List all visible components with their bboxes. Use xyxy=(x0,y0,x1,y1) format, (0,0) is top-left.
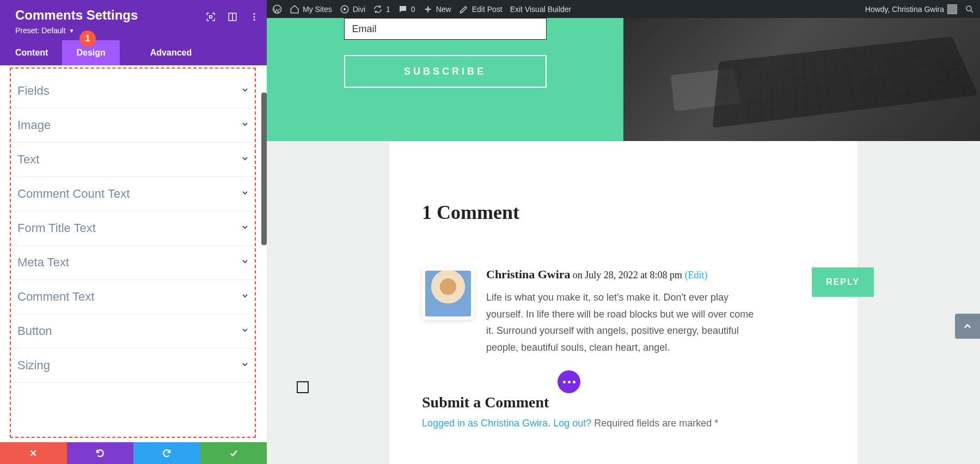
svg-point-10 xyxy=(343,8,346,10)
builder-fab-button[interactable] xyxy=(558,370,580,393)
chevron-down-icon xyxy=(241,120,249,131)
acc-comment-text[interactable]: Comment Text xyxy=(8,280,259,314)
comment-edit-link[interactable]: (Edit) xyxy=(685,270,708,280)
redo-button[interactable] xyxy=(133,442,200,464)
comment-body: Life is what you make it, so let's make … xyxy=(486,289,758,356)
save-button[interactable] xyxy=(200,442,267,464)
design-accordion: Fields Image Text Comment Count Text For… xyxy=(8,72,259,383)
chevron-down-icon xyxy=(241,86,249,96)
hero-section: Email SUBSCRIBE xyxy=(267,18,980,141)
comment-count-heading: 1 Comment xyxy=(422,201,857,224)
comments-module: 1 Comment Christina Gwira on July 28, 20… xyxy=(389,141,857,464)
acc-text[interactable]: Text xyxy=(8,143,259,177)
logged-in-link[interactable]: Logged in as Christina Gwira xyxy=(422,418,548,429)
svg-point-3 xyxy=(254,13,255,15)
search-icon[interactable] xyxy=(965,4,975,14)
panel-footer xyxy=(0,442,267,464)
wp-logo-icon[interactable] xyxy=(272,4,282,14)
focus-icon[interactable] xyxy=(206,12,216,24)
subscribe-form: Email SUBSCRIBE xyxy=(267,18,623,141)
comment-item: Christina Gwira on July 28, 2022 at 8:08… xyxy=(422,267,857,356)
howdy-user[interactable]: Howdy, Christina Gwira xyxy=(865,4,957,14)
svg-point-4 xyxy=(254,16,255,18)
email-input[interactable]: Email xyxy=(344,18,547,40)
chevron-down-icon xyxy=(241,326,249,337)
comment-author: Christina Gwira xyxy=(486,267,571,281)
hero-image xyxy=(623,18,980,141)
caret-down-icon: ▼ xyxy=(69,28,75,34)
scroll-to-top-button[interactable] xyxy=(955,314,980,339)
user-avatar-icon xyxy=(947,4,957,14)
chevron-down-icon xyxy=(241,360,249,371)
svg-point-13 xyxy=(966,6,971,11)
submit-comment-heading: Submit a Comment xyxy=(422,394,857,411)
panel-header: Comments Settings Preset: Default ▼ 1 xyxy=(0,0,267,40)
page-preview: My Sites Divi 1 0 New Edit Post Exit Vis… xyxy=(267,0,980,464)
exit-visual-builder-link[interactable]: Exit Visual Builder xyxy=(510,5,572,14)
settings-panel: Comments Settings Preset: Default ▼ 1 Co… xyxy=(0,0,267,464)
cancel-button[interactable] xyxy=(0,442,67,464)
acc-form-title-text[interactable]: Form Title Text xyxy=(8,211,259,246)
svg-rect-0 xyxy=(210,16,212,19)
acc-comment-count-text[interactable]: Comment Count Text xyxy=(8,177,259,211)
preset-selector[interactable]: Preset: Default ▼ xyxy=(15,26,256,35)
chevron-down-icon xyxy=(241,223,249,234)
columns-icon[interactable] xyxy=(228,12,237,24)
more-icon[interactable] xyxy=(249,12,259,24)
acc-sizing[interactable]: Sizing xyxy=(8,349,259,383)
comment-avatar xyxy=(422,267,474,320)
acc-button[interactable]: Button xyxy=(8,314,259,349)
acc-meta-text[interactable]: Meta Text xyxy=(8,246,259,280)
acc-fields[interactable]: Fields xyxy=(8,72,259,108)
reply-button[interactable]: REPLY xyxy=(812,267,874,297)
tabs: Content Design Advanced xyxy=(0,40,267,65)
preset-label: Preset: Default xyxy=(15,26,66,35)
wp-admin-bar: My Sites Divi 1 0 New Edit Post Exit Vis… xyxy=(267,0,980,18)
logout-link[interactable]: Log out? xyxy=(553,418,591,429)
svg-line-14 xyxy=(971,10,973,13)
divi-link[interactable]: Divi xyxy=(340,4,365,14)
comments-link[interactable]: 0 xyxy=(398,4,415,14)
tab-advanced[interactable]: Advanced xyxy=(136,40,206,65)
acc-image[interactable]: Image xyxy=(8,108,259,143)
chevron-down-icon xyxy=(241,257,249,268)
updates-link[interactable]: 1 xyxy=(373,4,390,14)
subscribe-button[interactable]: SUBSCRIBE xyxy=(344,55,547,88)
my-sites-link[interactable]: My Sites xyxy=(290,4,332,14)
required-note: Required fields are marked * xyxy=(594,418,718,429)
chevron-down-icon xyxy=(241,188,249,199)
chevron-down-icon xyxy=(241,291,249,302)
comment-date: on July 28, 2022 at 8:08 pm xyxy=(573,270,685,280)
checkbox-outline[interactable] xyxy=(297,381,309,393)
scrollbar-thumb[interactable] xyxy=(261,93,267,245)
chevron-down-icon xyxy=(241,154,249,165)
edit-post-link[interactable]: Edit Post xyxy=(459,4,503,14)
svg-point-5 xyxy=(254,19,255,21)
tab-content[interactable]: Content xyxy=(0,40,62,65)
undo-button[interactable] xyxy=(67,442,134,464)
new-link[interactable]: New xyxy=(423,4,451,14)
annotation-badge: 1 xyxy=(79,30,96,47)
